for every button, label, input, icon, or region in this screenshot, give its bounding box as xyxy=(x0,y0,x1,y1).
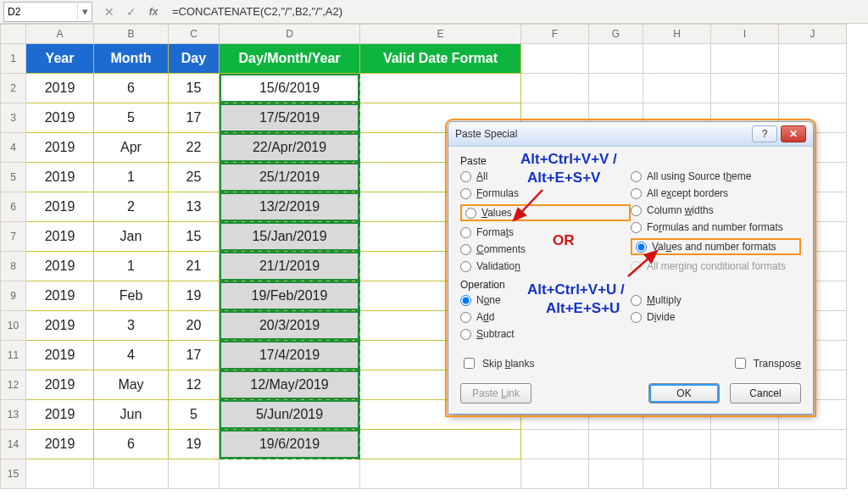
cell[interactable] xyxy=(94,459,169,489)
cell-dmy[interactable]: 22/Apr/2019 xyxy=(220,133,360,163)
cell[interactable]: Feb xyxy=(94,281,169,311)
cell-dmy[interactable]: 19/Feb/2019 xyxy=(220,281,360,311)
cell[interactable] xyxy=(169,459,220,489)
radio-all[interactable]: All xyxy=(460,170,631,182)
cell-dmy[interactable]: 15/Jan/2019 xyxy=(220,222,360,252)
cell[interactable]: 5 xyxy=(169,400,220,430)
cell[interactable]: 2019 xyxy=(26,370,94,400)
cell[interactable]: 2019 xyxy=(26,341,94,370)
row-head[interactable]: 7 xyxy=(1,222,26,252)
cancel-button[interactable]: Cancel xyxy=(730,383,801,404)
cell[interactable]: 17 xyxy=(169,103,220,133)
cell[interactable] xyxy=(779,74,847,103)
header-day[interactable]: Day xyxy=(169,44,220,74)
radio-multiply[interactable]: Multiply xyxy=(631,294,801,306)
cell[interactable] xyxy=(711,44,779,74)
cell[interactable]: 22 xyxy=(169,133,220,163)
cell-dmy[interactable]: 19/6/2019 xyxy=(220,430,360,459)
enter-icon[interactable]: ✓ xyxy=(123,3,140,20)
radio-subtract[interactable]: Subtract xyxy=(460,328,631,340)
cell[interactable]: 21 xyxy=(169,252,220,281)
cell[interactable]: 2019 xyxy=(26,192,94,222)
cell[interactable] xyxy=(220,459,360,489)
cell[interactable]: 2019 xyxy=(26,311,94,341)
cell[interactable]: 2019 xyxy=(26,430,94,459)
name-box-input[interactable] xyxy=(4,3,77,20)
cell[interactable]: 5 xyxy=(94,103,169,133)
cell[interactable] xyxy=(521,459,589,489)
radio-except-borders[interactable]: All except borders xyxy=(631,187,801,199)
cell[interactable] xyxy=(643,430,711,459)
cell[interactable] xyxy=(779,430,847,459)
cell[interactable]: 12 xyxy=(169,370,220,400)
cell[interactable] xyxy=(521,44,589,74)
cell[interactable] xyxy=(521,430,589,459)
radio-values[interactable]: Values xyxy=(465,207,512,219)
cell-dmy[interactable]: 17/5/2019 xyxy=(220,103,360,133)
cell[interactable] xyxy=(643,44,711,74)
cell[interactable]: Jun xyxy=(94,400,169,430)
col-head-J[interactable]: J xyxy=(779,25,847,44)
row-head[interactable]: 6 xyxy=(1,192,26,222)
cell[interactable]: 20 xyxy=(169,311,220,341)
row-head[interactable]: 4 xyxy=(1,133,26,163)
cell[interactable] xyxy=(360,430,521,459)
cell[interactable] xyxy=(711,430,779,459)
row-head[interactable]: 5 xyxy=(1,163,26,192)
cell[interactable]: May xyxy=(94,370,169,400)
cell[interactable]: Apr xyxy=(94,133,169,163)
cell-dmy[interactable]: 5/Jun/2019 xyxy=(220,400,360,430)
row-head[interactable]: 12 xyxy=(1,370,26,400)
header-year[interactable]: Year xyxy=(26,44,94,74)
col-head-G[interactable]: G xyxy=(589,25,643,44)
radio-formulas-nf[interactable]: Formulas and number formats xyxy=(631,221,801,233)
cell[interactable]: 1 xyxy=(94,163,169,192)
col-head-H[interactable]: H xyxy=(643,25,711,44)
header-valid[interactable]: Valid Date Format xyxy=(360,44,521,74)
cell[interactable] xyxy=(360,459,521,489)
row-head[interactable]: 13 xyxy=(1,400,26,430)
cell[interactable]: 6 xyxy=(94,430,169,459)
radio-formulas[interactable]: Formulas xyxy=(460,187,631,199)
radio-values-nf[interactable]: Values and number formats xyxy=(636,241,776,253)
cell[interactable]: 17 xyxy=(169,341,220,370)
radio-add[interactable]: Add xyxy=(460,311,631,323)
cell[interactable] xyxy=(521,74,589,103)
cell[interactable]: 2019 xyxy=(26,163,94,192)
cell[interactable]: 2 xyxy=(94,192,169,222)
cell[interactable]: 2019 xyxy=(26,400,94,430)
check-transpose[interactable]: Transpose xyxy=(732,355,801,371)
row-head-15[interactable]: 15 xyxy=(1,459,26,489)
radio-none[interactable]: None xyxy=(460,294,631,306)
cell[interactable] xyxy=(643,459,711,489)
col-head-C[interactable]: C xyxy=(169,25,220,44)
cell[interactable]: 2019 xyxy=(26,74,94,103)
cancel-icon[interactable]: ✕ xyxy=(101,3,118,20)
check-skip-blanks[interactable]: Skip blanks xyxy=(460,355,534,371)
cell[interactable] xyxy=(711,74,779,103)
cell[interactable]: 15 xyxy=(169,222,220,252)
formula-input[interactable] xyxy=(167,3,865,21)
cell[interactable]: 4 xyxy=(94,341,169,370)
name-box[interactable]: ▾ xyxy=(3,2,92,22)
cell[interactable] xyxy=(589,44,643,74)
cell[interactable]: 2019 xyxy=(26,133,94,163)
cell-dmy[interactable]: 17/4/2019 xyxy=(220,341,360,370)
header-dmy[interactable]: Day/Month/Year xyxy=(220,44,360,74)
col-head-E[interactable]: E xyxy=(360,25,521,44)
cell[interactable]: 19 xyxy=(169,430,220,459)
cell[interactable] xyxy=(711,459,779,489)
row-head[interactable]: 2 xyxy=(1,74,26,103)
radio-source-theme[interactable]: All using Source theme xyxy=(631,170,801,182)
row-head[interactable]: 11 xyxy=(1,341,26,370)
col-head-B[interactable]: B xyxy=(94,25,169,44)
ok-button[interactable]: OK xyxy=(648,383,720,404)
col-head-I[interactable]: I xyxy=(711,25,779,44)
row-head[interactable]: 14 xyxy=(1,430,26,459)
cell[interactable]: 2019 xyxy=(26,252,94,281)
cell[interactable] xyxy=(589,430,643,459)
cell-dmy[interactable]: 20/3/2019 xyxy=(220,311,360,341)
cell[interactable]: 2019 xyxy=(26,281,94,311)
cell[interactable] xyxy=(589,74,643,103)
cell[interactable]: Jan xyxy=(94,222,169,252)
